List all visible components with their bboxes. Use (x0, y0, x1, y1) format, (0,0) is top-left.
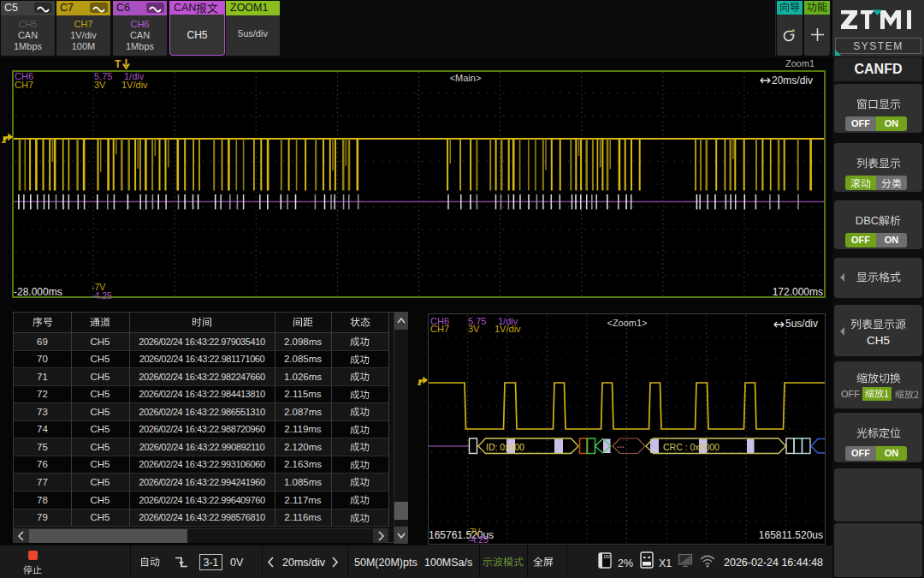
svg-text:150: 150 (603, 555, 610, 559)
